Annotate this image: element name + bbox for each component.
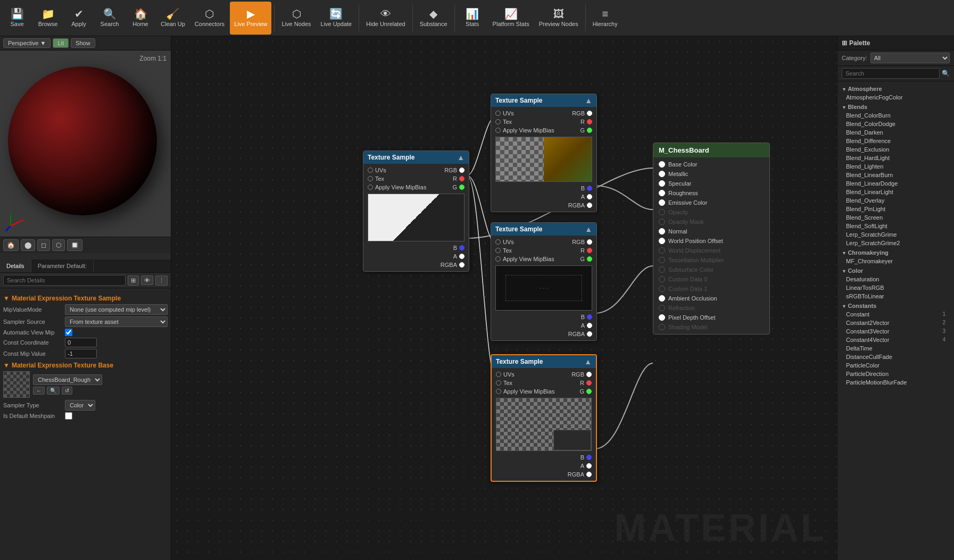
- live-nodes-button[interactable]: ⬡ Live Nodes: [277, 2, 315, 35]
- palette-item[interactable]: LinearTosRGB: [837, 283, 954, 292]
- palette-item[interactable]: Blend_SoftLight: [837, 222, 954, 230]
- preview-nodes-button[interactable]: 🖼 Preview Nodes: [535, 2, 583, 35]
- palette-item[interactable]: Blend_LinearLight: [837, 188, 954, 196]
- palette-item[interactable]: Blend_LinearBurn: [837, 171, 954, 179]
- palette-item[interactable]: MF_Chromakeyer: [837, 257, 954, 265]
- node-3-collapse[interactable]: ▲: [585, 225, 592, 233]
- details-grid-btn[interactable]: ⊞: [128, 275, 139, 286]
- const-coord-input[interactable]: [65, 338, 97, 347]
- connectors-button[interactable]: ⬡ Connectors: [190, 2, 229, 35]
- palette-item[interactable]: AtmosphericFogColor: [837, 93, 954, 102]
- stats-button[interactable]: 📊 Stats: [458, 2, 487, 35]
- palette-category-constants[interactable]: Constants: [837, 300, 954, 310]
- vp-ctrl-btn-3[interactable]: ◻: [37, 239, 50, 251]
- palette-item[interactable]: DistanceCullFade: [837, 353, 954, 361]
- mat-label-pixel-depth: Pixel Depth Offset: [668, 314, 715, 321]
- palette-item[interactable]: Blend_HardLight: [837, 154, 954, 162]
- lit-button[interactable]: Lit: [53, 38, 69, 48]
- palette-search-input[interactable]: [842, 68, 940, 79]
- palette-item[interactable]: Blend_Darken: [837, 128, 954, 137]
- vp-ctrl-btn-2[interactable]: ⬤: [21, 239, 35, 251]
- node-2-collapse[interactable]: ▲: [585, 96, 592, 105]
- texture-base-section-collapse[interactable]: ▼: [3, 362, 10, 369]
- save-button[interactable]: 💾 Save: [2, 2, 32, 35]
- hide-unrelated-button[interactable]: 👁 Hide Unrelated: [362, 2, 409, 35]
- palette-item[interactable]: DeltaTime: [837, 344, 954, 353]
- node-4-header[interactable]: Texture Sample ▲: [492, 355, 596, 368]
- palette-item[interactable]: Blend_ColorBurn: [837, 111, 954, 120]
- palette-item[interactable]: Constant3Vector3: [837, 327, 954, 336]
- substance-button[interactable]: ◆ Substance: [416, 2, 452, 35]
- texture-refresh-btn[interactable]: ↺: [62, 387, 72, 395]
- details-tab[interactable]: Details: [0, 260, 31, 272]
- material-node[interactable]: M_ChessBoard Base Color Metallic Specula…: [653, 143, 770, 335]
- palette-category-select[interactable]: All: [870, 53, 950, 63]
- texture-sample-node-4[interactable]: Texture Sample ▲ UVs RGB Tex R Apply Vie…: [491, 354, 597, 482]
- const-mip-input[interactable]: [65, 349, 97, 358]
- details-eye-btn[interactable]: 👁: [141, 275, 153, 285]
- palette-item[interactable]: Lerp_ScratchGrime2: [837, 239, 954, 247]
- palette-item[interactable]: Constant2Vector2: [837, 319, 954, 327]
- texture-sample-section-collapse[interactable]: ▼: [3, 295, 10, 302]
- mat-header[interactable]: M_ChessBoard: [653, 143, 769, 157]
- palette-category-atmosphere[interactable]: Atmosphere: [837, 83, 954, 93]
- platform-stats-button[interactable]: 📈 Platform Stats: [488, 2, 534, 35]
- palette-item[interactable]: Blend_Lighten: [837, 162, 954, 171]
- vp-ctrl-btn-4[interactable]: ⬡: [52, 239, 65, 251]
- vp-ctrl-btn-1[interactable]: 🏠: [3, 239, 19, 251]
- show-button[interactable]: Show: [71, 38, 95, 48]
- palette-item-label: Lerp_ScratchGrime: [846, 231, 897, 238]
- node-graph[interactable]: Texture Sample ▲ UVs RGB Tex R Apply Vie…: [171, 36, 837, 560]
- palette-item[interactable]: Blend_ColorDodge: [837, 120, 954, 128]
- palette-item[interactable]: Constant4Vector4: [837, 336, 954, 344]
- perspective-dropdown[interactable]: Perspective ▼: [3, 38, 51, 48]
- texture-sample-node-3[interactable]: Texture Sample ▲ UVs RGB Tex R Apply Vie…: [491, 222, 597, 341]
- mat-pin-custom1: [659, 286, 665, 292]
- search-button[interactable]: 🔍 Search: [95, 2, 125, 35]
- home-button[interactable]: 🏠 Home: [126, 2, 155, 35]
- palette-item[interactable]: Desaturation: [837, 275, 954, 283]
- apply-label: Apply: [71, 21, 86, 27]
- palette-item[interactable]: Blend_LinearDodge: [837, 179, 954, 188]
- hierarchy-button[interactable]: ≡ Hierarchy: [588, 2, 622, 35]
- palette-item[interactable]: sRGBToLinear: [837, 292, 954, 300]
- palette-item[interactable]: ParticleMotionBlurFade: [837, 378, 954, 387]
- details-more-btn[interactable]: ⋮: [155, 275, 168, 286]
- node-3-header[interactable]: Texture Sample ▲: [491, 223, 596, 236]
- sampler-source-select[interactable]: From texture asset: [65, 316, 168, 327]
- texture-sample-node-1[interactable]: Texture Sample ▲ UVs RGB Tex R Apply Vie…: [363, 151, 469, 272]
- texture-search-btn[interactable]: 🔍: [47, 387, 60, 395]
- auto-view-mip-checkbox[interactable]: [65, 329, 72, 336]
- palette-item[interactable]: ParticleColor: [837, 361, 954, 370]
- node-2-header[interactable]: Texture Sample ▲: [491, 94, 596, 107]
- is-default-checkbox[interactable]: [65, 412, 72, 420]
- texture-sample-node-2[interactable]: Texture Sample ▲ UVs RGB Tex R Apply Vie…: [491, 94, 597, 212]
- vp-ctrl-btn-5[interactable]: 🔲: [67, 239, 82, 251]
- palette-item-label: Blend_LinearDodge: [846, 180, 898, 187]
- node-4-collapse[interactable]: ▲: [584, 357, 592, 366]
- sampler-type-select[interactable]: Color: [65, 400, 95, 411]
- palette-item[interactable]: Blend_PinLight: [837, 205, 954, 213]
- texture-nav-back[interactable]: ←: [33, 387, 45, 395]
- palette-item[interactable]: ParticleDirection: [837, 370, 954, 378]
- palette-category-blends[interactable]: Blends: [837, 102, 954, 111]
- apply-button[interactable]: ✔ Apply: [64, 2, 94, 35]
- texture-name-select[interactable]: ChessBoard_Rough: [33, 374, 102, 385]
- node-1-header[interactable]: Texture Sample ▲: [363, 151, 469, 164]
- palette-item[interactable]: Blend_Overlay: [837, 196, 954, 205]
- palette-item[interactable]: Constant1: [837, 310, 954, 319]
- node-1-collapse[interactable]: ▲: [457, 153, 464, 162]
- live-update-button[interactable]: 🔄 Live Update: [317, 2, 356, 35]
- browse-button[interactable]: 📁 Browse: [33, 2, 63, 35]
- mip-value-mode-select[interactable]: None (use computed mip level): [65, 304, 168, 315]
- palette-item[interactable]: Blend_Screen: [837, 213, 954, 222]
- palette-item[interactable]: Blend_Exclusion: [837, 145, 954, 154]
- palette-category-color[interactable]: Color: [837, 265, 954, 275]
- palette-item[interactable]: Lerp_ScratchGrime: [837, 230, 954, 239]
- cleanup-button[interactable]: 🧹 Clean Up: [156, 2, 189, 35]
- param-defaults-tab[interactable]: Parameter Default:: [31, 260, 94, 272]
- details-search-input[interactable]: [3, 275, 126, 286]
- palette-item[interactable]: Blend_Difference: [837, 137, 954, 145]
- live-preview-button[interactable]: ▶ Live Preview: [230, 2, 271, 35]
- palette-category-chromakeying[interactable]: Chromakeying: [837, 247, 954, 257]
